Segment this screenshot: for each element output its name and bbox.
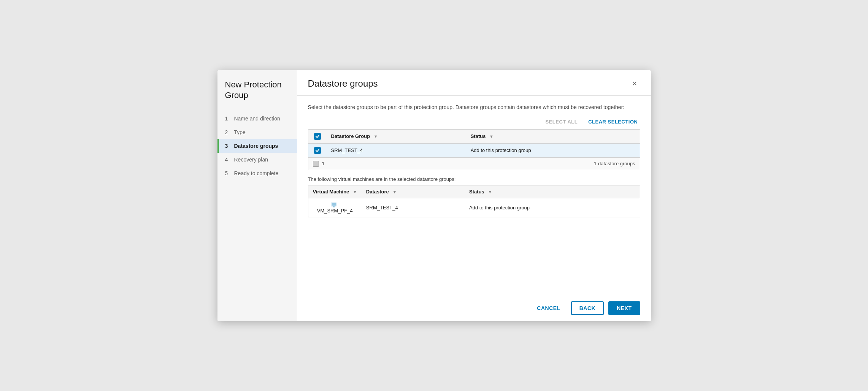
footer-total: 1 datastore groups — [594, 161, 635, 166]
step-num: 4 — [225, 157, 231, 163]
col-header-status: Status ▼ — [466, 130, 640, 144]
svg-rect-3 — [333, 206, 335, 207]
next-button[interactable]: NEXT — [608, 301, 640, 315]
step-num: 3 — [225, 143, 231, 149]
filter-icon[interactable]: ▼ — [374, 134, 378, 139]
step-num: 5 — [225, 170, 231, 176]
col-header-vm-status: Status ▼ — [465, 185, 639, 198]
step-num: 1 — [225, 116, 231, 122]
sidebar-step-2[interactable]: 2Type — [217, 125, 297, 139]
table-row[interactable]: SRM_TEST_4 Add to this protection group — [308, 143, 640, 157]
row-datastore-group: SRM_TEST_4 — [327, 143, 466, 157]
col-header-datastore-group: Datastore Group ▼ — [327, 130, 466, 144]
main-panel: Datastore groups × Select the datastore … — [297, 70, 651, 321]
close-button[interactable]: × — [629, 78, 640, 89]
vm-table-container: Virtual Machine ▼ Datastore ▼ Status ▼ — [308, 185, 640, 218]
step-label: Recovery plan — [234, 157, 268, 163]
step-num: 2 — [225, 129, 231, 135]
table-footer: 1 1 datastore groups — [308, 157, 640, 170]
vm-name-cell: VM_SRM_PF_4 — [308, 198, 362, 217]
panel-title: Datastore groups — [308, 78, 378, 89]
sidebar-title: New Protection Group — [217, 79, 297, 112]
vm-icon — [331, 202, 337, 208]
step-label: Ready to complete — [234, 170, 279, 176]
description-text: Select the datastore groups to be part o… — [308, 103, 640, 111]
footer-left: 1 — [313, 161, 325, 167]
filter-icon-vm-status[interactable]: ▼ — [488, 190, 492, 194]
step-label: Datastore groups — [234, 143, 278, 149]
header-checkbox[interactable] — [314, 133, 321, 140]
col-header-checkbox[interactable] — [308, 130, 327, 144]
step-label: Name and direction — [234, 116, 280, 122]
filter-icon-vm[interactable]: ▼ — [353, 190, 357, 194]
vm-table: Virtual Machine ▼ Datastore ▼ Status ▼ — [308, 185, 640, 217]
main-header: Datastore groups × — [297, 70, 651, 96]
row-checkbox-cell[interactable] — [308, 143, 327, 157]
vm-section-title: The following virtual machines are in th… — [308, 176, 640, 182]
sidebar: New Protection Group 1Name and direction… — [217, 70, 297, 321]
vm-status-cell: Add to this protection group — [465, 198, 639, 217]
col-header-vm: Virtual Machine ▼ — [308, 185, 362, 198]
sidebar-step-3[interactable]: 3Datastore groups — [217, 139, 297, 153]
back-button[interactable]: BACK — [571, 301, 604, 315]
footer-count: 1 — [322, 161, 325, 166]
vm-datastore-cell: SRM_TEST_4 — [362, 198, 465, 217]
sidebar-step-5: 5Ready to complete — [217, 166, 297, 180]
clear-selection-button[interactable]: CLEAR SELECTION — [586, 117, 640, 126]
filter-icon-status[interactable]: ▼ — [489, 134, 494, 139]
sidebar-steps: 1Name and direction2Type3Datastore group… — [217, 112, 297, 180]
table-actions: SELECT ALL CLEAR SELECTION — [308, 117, 640, 126]
dialog-footer: CANCEL BACK NEXT — [297, 295, 651, 321]
svg-rect-1 — [332, 203, 336, 206]
filter-icon-ds[interactable]: ▼ — [392, 190, 397, 194]
datastore-groups-table-container: Datastore Group ▼ Status ▼ — [308, 129, 640, 170]
new-protection-group-dialog: New Protection Group 1Name and direction… — [217, 70, 651, 321]
step-label: Type — [234, 129, 246, 135]
sidebar-step-4: 4Recovery plan — [217, 153, 297, 166]
main-body: Select the datastore groups to be part o… — [297, 96, 651, 295]
sidebar-step-1[interactable]: 1Name and direction — [217, 112, 297, 125]
vm-table-row: VM_SRM_PF_4 SRM_TEST_4 Add to this prote… — [308, 198, 640, 217]
select-all-button[interactable]: SELECT ALL — [543, 117, 580, 126]
cancel-button[interactable]: CANCEL — [531, 302, 566, 314]
col-header-ds: Datastore ▼ — [362, 185, 465, 198]
row-status: Add to this protection group — [466, 143, 640, 157]
datastore-groups-table: Datastore Group ▼ Status ▼ — [308, 130, 640, 157]
footer-checkbox[interactable] — [313, 161, 319, 167]
